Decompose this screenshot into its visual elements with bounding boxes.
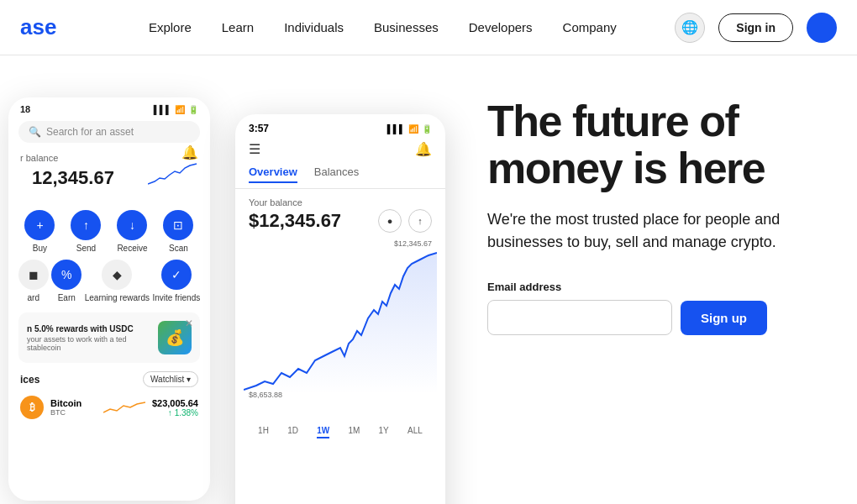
phone-action-invite[interactable]: ✓ Invite friends xyxy=(153,260,201,302)
nav-company[interactable]: Company xyxy=(563,20,617,34)
email-input[interactable] xyxy=(487,300,672,335)
time-button-all[interactable]: ALL xyxy=(407,426,423,438)
logo: ase xyxy=(20,14,56,40)
tab-balances[interactable]: Balances xyxy=(314,165,359,183)
invite-icon: ✓ xyxy=(161,260,192,290)
phone-action-scan[interactable]: ⊡ Scan xyxy=(163,210,193,253)
phone-actions-row1: + Buy ↑ Send ↓ Receive ⊡ Scan xyxy=(8,200,210,256)
hero-section: The future of money is here We're the mo… xyxy=(445,55,857,504)
wifi-icon: 📶 xyxy=(175,105,185,114)
promo-title: n 5.0% rewards with USDC xyxy=(27,324,136,333)
hero-subtitle: We're the most trusted place for people … xyxy=(487,208,798,254)
time-button-1w[interactable]: 1W xyxy=(317,426,329,438)
btc-change: ↑ 1.38% xyxy=(152,408,198,417)
btc-price-value: $23,005.64 xyxy=(152,398,198,408)
btc-name: Bitcoin xyxy=(50,398,97,408)
learning-label: Learning rewards xyxy=(85,293,150,302)
send-icon: ↑ xyxy=(71,210,101,240)
phone-left-status-bar: 18 ▌▌▌ 📶 🔋 xyxy=(8,97,210,118)
promo-close-icon[interactable]: ✕ xyxy=(185,318,193,329)
phone-right-time: 3:57 xyxy=(249,123,269,134)
avatar[interactable] xyxy=(807,13,837,43)
time-button-1y[interactable]: 1Y xyxy=(379,426,389,438)
signup-button[interactable]: Sign up xyxy=(681,301,767,335)
chart-min-label: $8,653.88 xyxy=(249,391,282,399)
phone-search-placeholder: Search for an asset xyxy=(46,126,134,138)
phone-action-buy[interactable]: + Buy xyxy=(24,210,55,253)
signal-icon-right: ▌▌▌ xyxy=(387,124,405,134)
prices-header: ices Watchlist ▾ xyxy=(8,366,210,391)
phone-left-time: 18 xyxy=(20,104,30,114)
phone-action-learning[interactable]: ◆ Learning rewards xyxy=(85,260,150,302)
learning-icon: ◆ xyxy=(102,260,132,290)
export-button[interactable]: ↑ xyxy=(408,209,432,233)
nav-individuals[interactable]: Individuals xyxy=(284,20,344,34)
promo-content: n 5.0% rewards with USDC your assets to … xyxy=(27,324,136,352)
email-signup-row: Sign up xyxy=(487,300,823,335)
signal-icon: ▌▌▌ xyxy=(154,105,171,114)
phone-search-icon: 🔍 xyxy=(29,126,41,138)
phone-right-balance-label: Your balance xyxy=(235,189,445,209)
scan-label: Scan xyxy=(169,244,188,253)
watchlist-button[interactable]: Watchlist ▾ xyxy=(143,371,198,387)
phone-right-status-icons: ▌▌▌ 📶 🔋 xyxy=(387,124,432,134)
battery-icon: 🔋 xyxy=(188,105,198,114)
btc-sparkline-chart xyxy=(103,397,145,417)
earn-icon: % xyxy=(51,260,81,290)
nav-developers[interactable]: Developers xyxy=(469,20,533,34)
send-label: Send xyxy=(76,244,96,253)
chart-max-label: $12,345.67 xyxy=(394,239,432,248)
phone-left-mockup: 18 ▌▌▌ 📶 🔋 🔍 Search for an asset 🔔 r bal… xyxy=(8,97,210,501)
nav-explore[interactable]: Explore xyxy=(149,20,192,34)
promo-subtitle: your assets to work with a ted stablecoi… xyxy=(27,335,136,352)
phone-right-chart-icons: ● ↑ xyxy=(378,209,432,233)
phone-action-send[interactable]: ↑ Send xyxy=(71,210,101,253)
time-button-1d[interactable]: 1D xyxy=(287,426,298,438)
time-button-1h[interactable]: 1H xyxy=(258,426,269,438)
phone-action-card[interactable]: ◼ ard xyxy=(18,260,49,302)
battery-icon-right: 🔋 xyxy=(422,124,432,134)
hide-balance-button[interactable]: ● xyxy=(378,209,402,233)
notification-bell-icon[interactable]: 🔔 xyxy=(415,141,432,157)
phone-right-status-bar: 3:57 ▌▌▌ 📶 🔋 xyxy=(235,114,445,138)
prices-label: ices xyxy=(20,374,39,386)
phone-right-tabs: Overview Balances xyxy=(235,160,445,189)
time-button-1m[interactable]: 1M xyxy=(348,426,360,438)
nav-menu: Explore Learn Individuals Businesses Dev… xyxy=(90,20,675,34)
btc-ticker: BTC xyxy=(50,408,97,417)
btc-price: $23,005.64 ↑ 1.38% xyxy=(152,398,198,417)
main-content: 18 ▌▌▌ 📶 🔋 🔍 Search for an asset 🔔 r bal… xyxy=(0,55,857,504)
buy-label: Buy xyxy=(33,244,47,253)
globe-button[interactable]: 🌐 xyxy=(675,13,705,43)
tab-overview[interactable]: Overview xyxy=(249,165,297,183)
phone-search-bar[interactable]: 🔍 Search for an asset xyxy=(18,121,200,143)
nav-learn[interactable]: Learn xyxy=(222,20,254,34)
phone-right-balance-row: $12,345.67 ● ↑ xyxy=(235,209,445,238)
wifi-icon-right: 📶 xyxy=(408,124,418,134)
phone-balance-amount: 12,345.67 xyxy=(20,165,126,189)
signin-button[interactable]: Sign in xyxy=(718,13,793,42)
phone-sparkline xyxy=(148,163,198,192)
card-label: ard xyxy=(28,293,39,302)
phone-balance-label: r balance xyxy=(8,146,210,163)
chart-time-selector: 1H 1D 1W 1M 1Y ALL xyxy=(235,423,445,442)
phone-action-receive[interactable]: ↓ Receive xyxy=(117,210,147,253)
phone-actions-row2: ◼ ard % Earn ◆ Learning rewards ✓ Invite… xyxy=(8,256,210,309)
hamburger-icon[interactable]: ☰ xyxy=(249,141,260,157)
promo-banner[interactable]: ✕ n 5.0% rewards with USDC your assets t… xyxy=(18,312,200,363)
navbar: ase Explore Learn Individuals Businesses… xyxy=(0,0,857,55)
receive-icon: ↓ xyxy=(117,210,147,240)
scan-icon: ⊡ xyxy=(163,210,193,240)
phone-right-menu-bar: ☰ 🔔 xyxy=(235,138,445,160)
phone-right-amount: $12,345.67 xyxy=(249,210,341,232)
phone-action-earn[interactable]: % Earn xyxy=(51,260,81,302)
invite-label: Invite friends xyxy=(153,293,201,302)
svg-marker-0 xyxy=(244,253,437,394)
phone-right-mockup: 3:57 ▌▌▌ 📶 🔋 ☰ 🔔 Overview Balances Your … xyxy=(235,114,445,504)
balance-chart-svg xyxy=(244,251,437,402)
navbar-actions: 🌐 Sign in xyxy=(675,13,837,43)
btc-row[interactable]: ₿ Bitcoin BTC $23,005.64 ↑ 1.38% xyxy=(8,391,210,424)
balance-chart: $12,345.67 $8,653.88 xyxy=(235,238,445,423)
globe-icon: 🌐 xyxy=(681,19,698,35)
nav-businesses[interactable]: Businesses xyxy=(374,20,439,34)
